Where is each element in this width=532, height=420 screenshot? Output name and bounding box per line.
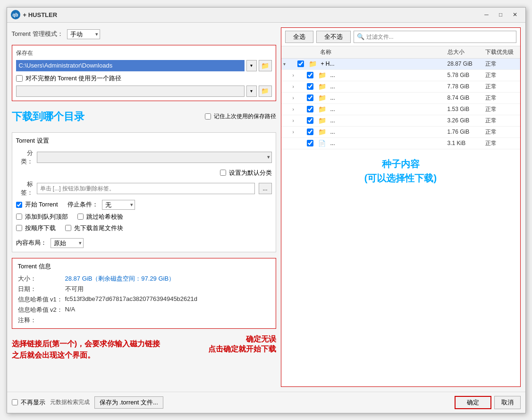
file-table-header: 名称 总大小 下载优先级: [281, 46, 520, 59]
file-priority-7: 正常: [485, 139, 518, 147]
close-button[interactable]: ✕: [508, 9, 522, 20]
save-path-input[interactable]: [16, 60, 245, 71]
content-layout-select[interactable]: 原始: [51, 238, 84, 248]
size-value: 28.87 GiB（剩余磁盘空间：97.29 GiB）: [65, 274, 270, 283]
ok-button[interactable]: 确定: [455, 396, 491, 409]
file-priority-3: 正常: [485, 94, 518, 102]
file-name-2: ...: [329, 83, 448, 90]
no-show-checkbox[interactable]: [12, 399, 18, 405]
file-name-4: ...: [329, 106, 448, 112]
file-table: 名称 总大小 下载优先级 ▾ 📁 + H... 28.87 GiB 正常 ›: [281, 46, 520, 386]
check-7[interactable]: [307, 140, 313, 146]
root-folder-icon: 📁: [309, 60, 320, 68]
save-in-title: 保存在: [16, 49, 272, 57]
file-name-1: ...: [329, 72, 448, 78]
save-torrent-button[interactable]: 保存为 .torrent 文件...: [94, 396, 163, 409]
start-torrent-checkbox[interactable]: [16, 202, 22, 208]
footer: 不再显示 元数据检索完成 保存为 .torrent 文件... 确定 取消: [7, 392, 525, 413]
left-panel: Torrent 管理模式： 手动 自动 保存在 ▾ 📁: [12, 27, 276, 387]
alt-path-checkbox[interactable]: [16, 75, 23, 82]
options-row-1: 开始 Torrent 停止条件： 无: [16, 200, 272, 210]
expand-icon-3[interactable]: ›: [293, 95, 307, 101]
remember-row: 记住上次使用的保存路径: [205, 112, 276, 120]
set-default-checkbox[interactable]: [220, 170, 226, 176]
root-expand-icon[interactable]: ▾: [283, 61, 297, 67]
titlebar-left: qb + HUSTLER: [11, 10, 58, 19]
col-priority: 下载优先级: [485, 48, 518, 56]
alt-path-label: 对不完整的 Torrent 使用另一个路径: [25, 74, 122, 83]
alt-path-dropdown-button[interactable]: ▾: [246, 86, 257, 97]
category-label: 分类：: [16, 149, 33, 166]
expand-icon-2[interactable]: ›: [293, 84, 307, 89]
expand-icon-5[interactable]: ›: [293, 118, 307, 123]
file-size-6: 1.76 GiB: [448, 129, 485, 135]
check-5[interactable]: [307, 117, 313, 124]
file-priority-2: 正常: [485, 83, 518, 91]
root-file-size: 28.87 GiB: [448, 60, 485, 67]
tag-input[interactable]: [37, 183, 255, 194]
cancel-button[interactable]: 取消: [494, 396, 521, 409]
expand-icon-1[interactable]: ›: [293, 73, 307, 78]
skip-hash-checkbox[interactable]: [77, 214, 84, 220]
alt-browse-button[interactable]: 📁: [259, 86, 272, 97]
titlebar-title: + HUSTLER: [23, 11, 58, 18]
category-select[interactable]: [37, 152, 272, 163]
torrent-mode-select[interactable]: 手动 自动: [67, 29, 100, 39]
check-3[interactable]: [307, 94, 313, 101]
tag-manage-button[interactable]: ...: [259, 183, 272, 194]
size-key: 大小：: [18, 274, 65, 283]
select-all-button[interactable]: 全选: [285, 31, 313, 43]
col-expand: [283, 48, 297, 56]
torrent-settings-section: Torrent 设置 分类： 设置为默认分类 标签：: [12, 132, 276, 252]
expand-icon-6[interactable]: ›: [293, 129, 307, 135]
deselect-all-button[interactable]: 全不选: [316, 31, 351, 43]
check-2[interactable]: [307, 83, 313, 90]
set-default-label: 设置为默认分类: [229, 169, 272, 177]
file-size-5: 3.26 GiB: [448, 117, 485, 124]
torrent-info-grid: 大小： 28.87 GiB（剩余磁盘空间：97.29 GiB） 日期： 不可用 …: [18, 274, 270, 325]
remember-checkbox[interactable]: [205, 113, 211, 120]
root-file-row: ▾ 📁 + H... 28.87 GiB 正常: [281, 59, 520, 70]
date-key: 日期：: [18, 285, 65, 293]
file-name-6: ...: [329, 129, 448, 135]
check-4[interactable]: [307, 106, 313, 112]
filter-input[interactable]: [366, 34, 513, 40]
right-toolbar: 全选 全不选 🔍: [281, 28, 520, 46]
col-size: 总大小: [448, 48, 485, 56]
file-row-7: 📄 ... 3.1 KiB 正常: [281, 138, 520, 149]
alt-path-row: ▾ 📁: [16, 86, 272, 97]
file-icon-7: 📄: [318, 140, 329, 147]
file-name-3: ...: [329, 94, 448, 101]
maximize-button[interactable]: □: [494, 9, 507, 20]
date-value: 不可用: [65, 285, 270, 293]
minimize-button[interactable]: ─: [480, 9, 493, 20]
seq-download-checkbox[interactable]: [16, 225, 22, 231]
file-name-5: ...: [329, 117, 448, 124]
file-row-3: › 📁 ... 8.74 GiB 正常: [281, 93, 520, 104]
set-default-row: 设置为默认分类: [16, 169, 272, 177]
titlebar: qb + HUSTLER ─ □ ✕: [7, 8, 525, 23]
footer-left: 不再显示 元数据检索完成 保存为 .torrent 文件...: [12, 396, 163, 409]
col-icon: [309, 48, 320, 56]
expand-icon-4[interactable]: ›: [293, 107, 307, 112]
browse-folder-button[interactable]: 📁: [259, 60, 272, 71]
file-size-1: 5.78 GiB: [448, 72, 485, 78]
start-torrent-check-label: 开始 Torrent: [16, 200, 58, 209]
annotation-row: 下载到哪个目录 记住上次使用的保存路径: [12, 105, 276, 129]
bottom-annotations: 选择链接后(第一个)，会要求你输入磁力链接 之后就会出现这个界面。 确定无误 点…: [12, 334, 276, 361]
check-1[interactable]: [307, 72, 313, 78]
path-dropdown-button[interactable]: ▾: [246, 60, 257, 71]
torrent-settings-title: Torrent 设置: [16, 137, 272, 145]
stop-cond-select[interactable]: 无: [102, 200, 135, 210]
add-to-top-checkbox[interactable]: [16, 214, 22, 220]
folder-icon-1: 📁: [318, 71, 329, 79]
save-in-section: 保存在 ▾ 📁 对不完整的 Torrent 使用另一个路径 ▾ 📁: [12, 45, 276, 101]
options-rows: 开始 Torrent 停止条件： 无: [16, 200, 272, 248]
alt-path-input[interactable]: [16, 86, 245, 97]
first-last-checkbox[interactable]: [65, 225, 71, 231]
root-checkbox[interactable]: [297, 60, 304, 67]
stop-cond-label: 停止条件：: [68, 200, 98, 209]
check-6[interactable]: [307, 129, 313, 135]
content-layout-row: 内容布局： 原始: [16, 238, 272, 248]
file-priority-6: 正常: [485, 128, 518, 136]
